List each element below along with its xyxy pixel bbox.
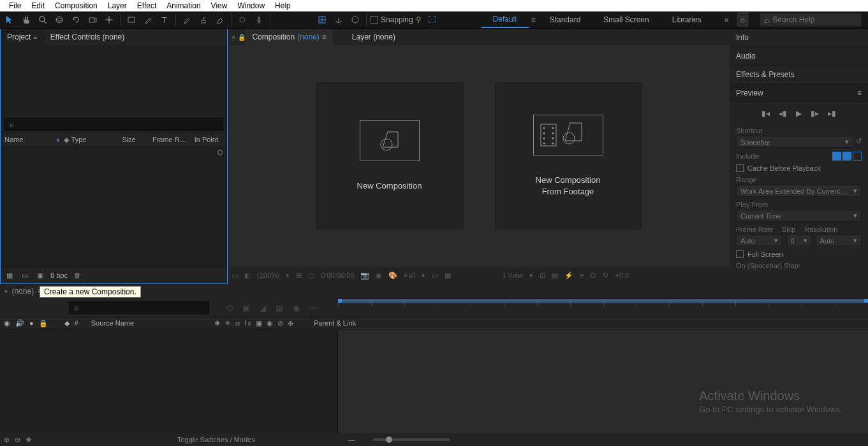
new-composition-card[interactable]: New Composition: [316, 83, 463, 229]
col-source-name[interactable]: Source Name: [91, 319, 134, 327]
rotate-tool[interactable]: [69, 13, 83, 27]
pen-tool[interactable]: [141, 13, 155, 27]
tag-icon[interactable]: ◆: [64, 136, 69, 144]
expand-icon[interactable]: ⊕: [4, 436, 10, 444]
menu-animation[interactable]: Animation: [161, 1, 205, 10]
include-video-toggle[interactable]: [832, 152, 841, 161]
zoom-out-icon[interactable]: —: [348, 436, 355, 443]
toggle-switches-modes[interactable]: Toggle Switches / Modes: [177, 436, 255, 443]
range-dropdown[interactable]: Work Area Extended By Current…▾: [736, 185, 862, 197]
exposure-value[interactable]: +0.0: [615, 271, 629, 279]
close-tab-icon[interactable]: ×: [4, 287, 8, 295]
close-tab-icon[interactable]: ×: [232, 33, 235, 41]
col-frame-rate[interactable]: Frame R…: [152, 136, 192, 143]
menu-composition[interactable]: Composition: [50, 1, 103, 10]
toggle-alpha-icon[interactable]: ◐: [244, 271, 251, 280]
cache-before-playback[interactable]: Cache Before Playback: [736, 164, 862, 172]
color-depth[interactable]: 8 bpc: [50, 271, 68, 279]
timeline-time-area[interactable]: Activate Windows Go to PC settings to ac…: [338, 329, 868, 433]
timeline-zoom-slider[interactable]: [373, 438, 450, 441]
snapshot-icon[interactable]: 📷: [360, 271, 369, 280]
prev-frame-icon[interactable]: ◂▮: [779, 109, 787, 118]
local-axis-icon[interactable]: [348, 13, 362, 27]
menu-edit[interactable]: Edit: [26, 1, 50, 10]
flowchart-icon[interactable]: ⌬: [590, 271, 596, 280]
panel-effects-presets[interactable]: Effects & Presets: [730, 66, 868, 84]
current-time[interactable]: 0:00:00:00: [321, 271, 354, 279]
panel-menu-icon[interactable]: ≡: [857, 89, 862, 97]
zoom-tool[interactable]: [36, 13, 50, 27]
audio-toggle-icon[interactable]: 🔊: [15, 319, 24, 327]
menu-effect[interactable]: Effect: [132, 1, 161, 10]
pixel-aspect-icon[interactable]: ▤: [552, 271, 558, 280]
shortcut-dropdown[interactable]: Spacebar▾: [736, 136, 853, 148]
motion-blur-icon[interactable]: ◉: [290, 303, 302, 313]
col-name[interactable]: Name: [4, 136, 28, 143]
collapse-icon[interactable]: ⊖: [15, 436, 20, 444]
brush-tool[interactable]: [180, 13, 194, 27]
flowchart-icon[interactable]: ⌬: [217, 148, 223, 157]
interpret-footage-icon[interactable]: ▦: [4, 271, 15, 280]
orbit-tool[interactable]: [52, 13, 66, 27]
resolution-dropdown[interactable]: Full: [404, 271, 415, 279]
lock-icon[interactable]: 🔒: [238, 34, 246, 41]
menu-help[interactable]: Help: [270, 1, 296, 10]
label-icon[interactable]: ◆: [64, 319, 70, 327]
show-snapshot-icon[interactable]: ◉: [376, 271, 382, 280]
panel-preview[interactable]: Preview ≡: [730, 84, 868, 103]
workspace-standard[interactable]: Standard: [538, 11, 592, 28]
project-search[interactable]: ⌕: [4, 118, 223, 131]
workspace-menu-icon[interactable]: ≡: [529, 11, 538, 28]
play-from-dropdown[interactable]: Current Time▾: [736, 210, 862, 222]
timeline-layers-area[interactable]: [0, 329, 338, 433]
play-icon[interactable]: ▶: [796, 109, 802, 118]
draft-3d-icon[interactable]: ▣: [240, 303, 253, 313]
new-folder-icon[interactable]: ▭: [20, 271, 30, 280]
workspace-default[interactable]: Default: [482, 11, 529, 28]
panel-audio[interactable]: Audio: [730, 47, 868, 66]
workspace-overflow-icon[interactable]: »: [713, 11, 736, 28]
col-parent-link[interactable]: Parent & Link: [314, 319, 356, 327]
frame-blend-footer-icon[interactable]: ❖: [26, 436, 32, 444]
menu-view[interactable]: View: [206, 1, 233, 10]
text-tool[interactable]: T: [158, 13, 172, 27]
menu-layer[interactable]: Layer: [103, 1, 132, 10]
workspace-small-screen[interactable]: Small Screen: [592, 11, 660, 28]
roi-icon[interactable]: ▭: [432, 271, 438, 280]
col-type[interactable]: Type: [71, 136, 92, 143]
fast-preview-icon[interactable]: ⚡: [564, 271, 573, 280]
next-frame-icon[interactable]: ▮▸: [811, 109, 819, 118]
snapping-options-icon[interactable]: ⚲: [416, 15, 422, 24]
share-view-icon[interactable]: ⊡: [540, 271, 545, 280]
tab-layer[interactable]: Layer (none): [346, 29, 402, 45]
tab-effect-controls[interactable]: Effect Controls (none): [44, 29, 131, 45]
col-in-point[interactable]: In Point: [195, 136, 223, 143]
panel-menu-icon[interactable]: ≡: [33, 33, 37, 41]
roto-brush-tool[interactable]: [235, 13, 249, 27]
timeline-search[interactable]: ⌕: [69, 301, 209, 314]
lock-toggle-icon[interactable]: 🔒: [39, 319, 48, 327]
project-items-area[interactable]: ⌬: [1, 146, 227, 268]
mask-icon[interactable]: ▢: [308, 271, 314, 280]
skip-dropdown[interactable]: 0▾: [786, 234, 812, 247]
col-size[interactable]: Size: [122, 136, 141, 143]
channel-icon[interactable]: 🎨: [388, 271, 397, 280]
eraser-tool[interactable]: [213, 13, 227, 27]
snapping-bounds-icon[interactable]: ⛶: [428, 15, 436, 24]
reset-exposure-icon[interactable]: ↻: [603, 271, 608, 280]
menu-file[interactable]: File: [4, 1, 26, 10]
preview-resolution-dropdown[interactable]: Auto▾: [816, 234, 862, 247]
panel-menu-icon[interactable]: ≡: [322, 32, 327, 41]
tab-composition[interactable]: Composition (none) ≡: [246, 29, 332, 45]
menu-window[interactable]: Window: [232, 1, 270, 10]
switches-icon[interactable]: ✱ ☀ ⧄ fx ▣ ◉ ⊘ ⊕: [214, 319, 295, 327]
snapping-toggle[interactable]: Snapping ⚲ ⛶: [371, 15, 436, 24]
comp-mini-flowchart-icon[interactable]: ⌬: [223, 303, 236, 313]
home-icon[interactable]: ⌂: [736, 11, 749, 28]
axis-tool-icon[interactable]: [332, 13, 346, 27]
rectangle-tool[interactable]: [124, 13, 138, 27]
reset-icon[interactable]: ↺: [856, 137, 862, 145]
hand-tool[interactable]: [19, 13, 33, 27]
first-frame-icon[interactable]: ▮◂: [761, 109, 770, 118]
new-composition-from-footage-card[interactable]: New CompositionFrom Footage: [495, 83, 642, 229]
